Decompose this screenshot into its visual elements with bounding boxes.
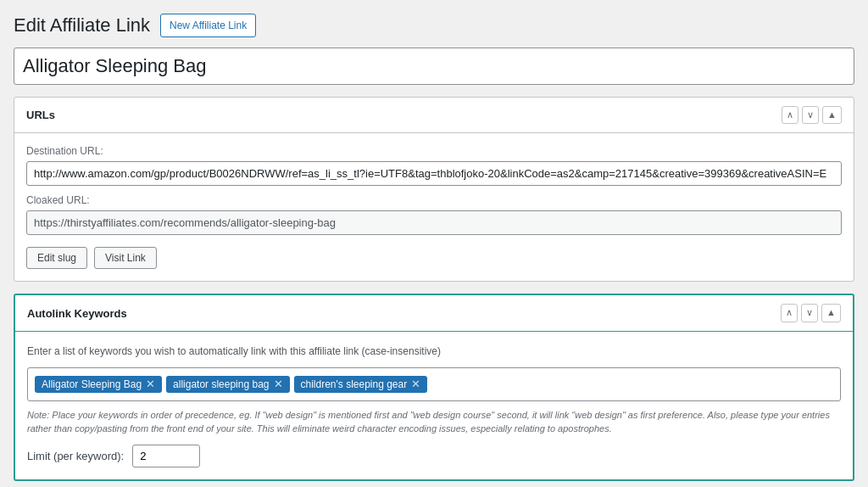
keyword-tag-text-2: children's sleeping gear — [301, 378, 408, 390]
cloaked-url-label: Cloaked URL: — [26, 194, 842, 206]
new-affiliate-button[interactable]: New Affiliate Link — [160, 14, 256, 37]
link-title-input[interactable] — [14, 48, 854, 85]
autolink-note: Note: Place your keywords in order of pr… — [27, 408, 841, 436]
autolink-panel-controls: ∧ ∨ ▲ — [781, 304, 841, 322]
autolink-panel: Autolink Keywords ∧ ∨ ▲ Enter a list of … — [14, 294, 854, 480]
limit-label: Limit (per keyword): — [27, 450, 124, 462]
urls-panel-controls: ∧ ∨ ▲ — [782, 106, 842, 124]
urls-panel-collapse-button[interactable]: ▲ — [822, 106, 842, 124]
keyword-tag-remove-2[interactable]: ✕ — [411, 378, 420, 389]
urls-panel-header: URLs ∧ ∨ ▲ — [14, 98, 854, 133]
edit-slug-button[interactable]: Edit slug — [26, 247, 87, 269]
keywords-container[interactable]: Alligator Sleeping Bag ✕ alligator sleep… — [27, 367, 841, 401]
autolink-panel-collapse-button[interactable]: ▲ — [821, 304, 841, 322]
keyword-tag-text-0: Alligator Sleeping Bag — [42, 378, 142, 390]
urls-panel-body: Destination URL: Cloaked URL: Edit slug … — [14, 133, 854, 281]
keyword-tag-0: Alligator Sleeping Bag ✕ — [35, 376, 162, 393]
urls-panel-up-button[interactable]: ∧ — [782, 106, 798, 124]
limit-row: Limit (per keyword): — [27, 445, 841, 467]
autolink-panel-up-button[interactable]: ∧ — [781, 304, 798, 322]
keyword-tag-remove-1[interactable]: ✕ — [274, 378, 283, 389]
keyword-tag-remove-0[interactable]: ✕ — [146, 378, 155, 389]
autolink-panel-body: Enter a list of keywords you wish to aut… — [15, 332, 853, 479]
visit-link-button[interactable]: Visit Link — [94, 247, 157, 269]
autolink-panel-down-button[interactable]: ∨ — [801, 304, 818, 322]
url-buttons-row: Edit slug Visit Link — [26, 247, 842, 269]
destination-url-input[interactable] — [26, 161, 842, 186]
limit-input[interactable] — [132, 445, 200, 467]
urls-panel-title: URLs — [26, 109, 55, 121]
keyword-tag-2: children's sleeping gear ✕ — [294, 376, 428, 393]
urls-panel: URLs ∧ ∨ ▲ Destination URL: Cloaked URL:… — [14, 97, 854, 282]
autolink-panel-title: Autolink Keywords — [27, 307, 127, 320]
keyword-tag-text-1: alligator sleeping bag — [173, 378, 269, 390]
keyword-tag-1: alligator sleeping bag ✕ — [166, 376, 289, 393]
page-title: Edit Affiliate Link — [14, 14, 150, 36]
urls-panel-down-button[interactable]: ∨ — [802, 106, 819, 124]
page-header: Edit Affiliate Link New Affiliate Link — [14, 14, 854, 37]
autolink-panel-header: Autolink Keywords ∧ ∨ ▲ — [15, 295, 853, 331]
cloaked-url-input[interactable] — [26, 210, 842, 235]
autolink-description: Enter a list of keywords you wish to aut… — [27, 344, 841, 359]
destination-url-label: Destination URL: — [26, 145, 842, 157]
